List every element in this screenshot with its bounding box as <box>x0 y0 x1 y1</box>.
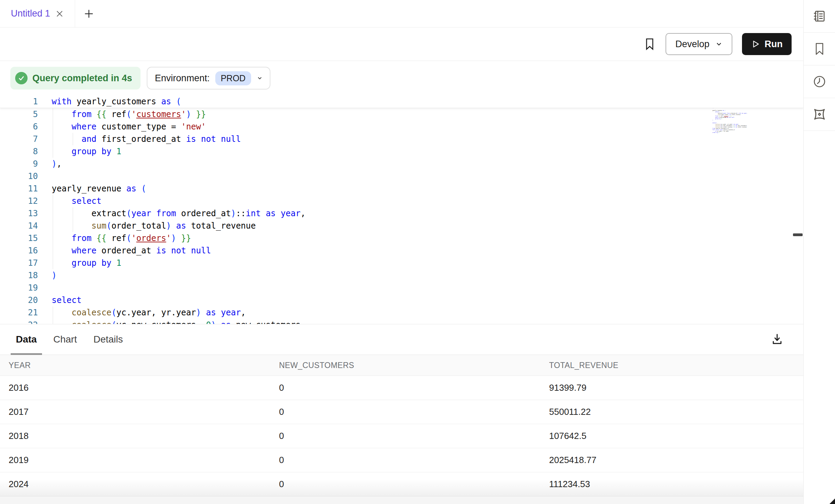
app-window: Untitled 1 Dev <box>0 0 835 504</box>
indent-guide <box>53 120 53 133</box>
cell-total-revenue: 107642.5 <box>549 431 803 441</box>
code-line: 11yearly_revenue as ( <box>0 182 803 195</box>
cell-new-customers: 0 <box>279 382 549 393</box>
close-icon[interactable] <box>55 9 64 18</box>
line-number: 6 <box>0 120 38 133</box>
results-tab-bar: Data Chart Details <box>0 324 803 355</box>
line-number: 5 <box>0 108 38 120</box>
cell-year: 2017 <box>9 407 279 417</box>
code-line: 13 extract(year from ordered_at)::int as… <box>0 207 803 220</box>
bookmark-icon <box>813 42 826 56</box>
tab-chart[interactable]: Chart <box>48 324 82 355</box>
tab-chart-label: Chart <box>53 334 77 345</box>
horizontal-scrollbar-track[interactable] <box>0 496 803 504</box>
query-status-text: Query completed in 4s <box>32 73 132 84</box>
new-tab-button[interactable] <box>75 0 103 27</box>
cell-total-revenue: 111234.53 <box>549 479 803 490</box>
sidebar-empty-area <box>804 131 835 504</box>
indent-guide <box>53 244 53 257</box>
line-number: 8 <box>0 145 38 158</box>
develop-dropdown[interactable]: Develop <box>666 33 732 55</box>
sidebar-history-button[interactable] <box>804 65 835 98</box>
cell-year: 2018 <box>9 431 279 441</box>
line-number: 15 <box>0 232 38 244</box>
indent-guide <box>53 319 53 324</box>
cell-new-customers: 0 <box>279 431 549 441</box>
tab-untitled-1[interactable]: Untitled 1 <box>0 0 75 27</box>
main-column: Untitled 1 Dev <box>0 0 803 504</box>
tab-bar: Untitled 1 <box>0 0 803 28</box>
indent-guide <box>73 207 73 220</box>
indent-guide <box>53 232 53 244</box>
line-number: 1 <box>0 95 38 108</box>
run-label: Run <box>765 39 783 50</box>
code-line: 14 sum(order_total) as total_revenue <box>0 220 803 232</box>
line-number: 9 <box>0 158 38 170</box>
environment-selector[interactable]: Environment: PROD <box>147 67 270 90</box>
results-panel: Data Chart Details YEAR <box>0 324 803 504</box>
cell-new-customers: 0 <box>279 479 549 490</box>
tab-details-label: Details <box>93 334 123 345</box>
sticky-scroll-line: 1with yearly_customers as ( <box>0 95 803 108</box>
sidebar-notebook-button[interactable] <box>804 0 835 33</box>
line-number: 22 <box>0 319 38 324</box>
code-line: 20select <box>0 294 803 306</box>
code-line: 8 group by 1 <box>0 145 803 158</box>
tab-data-label: Data <box>16 334 37 345</box>
sticky-code-line: 1with yearly_customers as ( <box>0 95 803 108</box>
status-row: Query completed in 4s Environment: PROD <box>0 61 803 95</box>
line-number: 18 <box>0 269 38 282</box>
line-number: 17 <box>0 257 38 269</box>
toolbar: Develop Run <box>0 28 803 61</box>
code-line: 21 coalesce(yc.year, yr.year) as year, <box>0 306 803 319</box>
download-icon <box>771 333 784 346</box>
line-number: 7 <box>0 133 38 145</box>
cell-year: 2019 <box>9 455 279 465</box>
bookmark-button[interactable] <box>643 37 656 51</box>
scrollbar-thumb[interactable] <box>793 233 803 236</box>
sql-editor[interactable]: 1with yearly_customers as ( 5 from {{ re… <box>0 95 803 324</box>
code-line: 12 select <box>0 195 803 207</box>
code-line: 15 from {{ ref('orders') }} <box>0 232 803 244</box>
query-status-pill: Query completed in 4s <box>10 67 141 90</box>
indent-guide <box>53 133 53 145</box>
check-circle-icon <box>15 72 28 84</box>
cell-new-customers: 0 <box>279 455 549 465</box>
code-line: 6 where customer_type = 'new' <box>0 120 803 133</box>
tab-details[interactable]: Details <box>88 324 128 355</box>
table-row: 201902025418.77 <box>0 448 803 472</box>
indent-guide <box>53 195 53 207</box>
code-line: 17 group by 1 <box>0 257 803 269</box>
cell-total-revenue: 550011.22 <box>549 407 803 417</box>
table-row: 20170550011.22 <box>0 400 803 424</box>
cell-year: 2016 <box>9 382 279 393</box>
code-line: 10 <box>0 170 803 182</box>
line-number: 13 <box>0 207 38 220</box>
run-button[interactable]: Run <box>742 33 792 55</box>
sidebar-bookmark-button[interactable] <box>804 33 835 65</box>
tab-title: Untitled 1 <box>11 8 50 19</box>
line-number: 11 <box>0 182 38 195</box>
cell-year: 2024 <box>9 479 279 490</box>
results-grid: YEAR NEW_CUSTOMERS TOTAL_REVENUE 2016091… <box>0 355 803 504</box>
code-line: 22 coalesce(yc.new_customers, 0) as new_… <box>0 319 803 324</box>
code-line: 19 <box>0 282 803 294</box>
table-header-row: YEAR NEW_CUSTOMERS TOTAL_REVENUE <box>0 355 803 376</box>
chevron-down-icon <box>257 75 263 81</box>
play-icon <box>751 40 760 49</box>
line-number: 14 <box>0 220 38 232</box>
history-clock-icon <box>813 75 826 88</box>
chevron-down-icon <box>715 40 723 48</box>
indent-guide <box>53 108 53 120</box>
download-button[interactable] <box>771 333 784 346</box>
sidebar-lineage-button[interactable] <box>804 98 835 131</box>
code-line: 18) <box>0 269 803 282</box>
code-line: 7 and first_ordered_at is not null <box>0 133 803 145</box>
indent-guide <box>53 220 53 232</box>
column-header-total-revenue: TOTAL_REVENUE <box>549 361 803 370</box>
resize-grip[interactable] <box>829 498 835 504</box>
tab-data[interactable]: Data <box>11 324 42 355</box>
cell-total-revenue: 2025418.77 <box>549 455 803 465</box>
code-line: 16 where ordered_at is not null <box>0 244 803 257</box>
line-number: 19 <box>0 282 38 294</box>
